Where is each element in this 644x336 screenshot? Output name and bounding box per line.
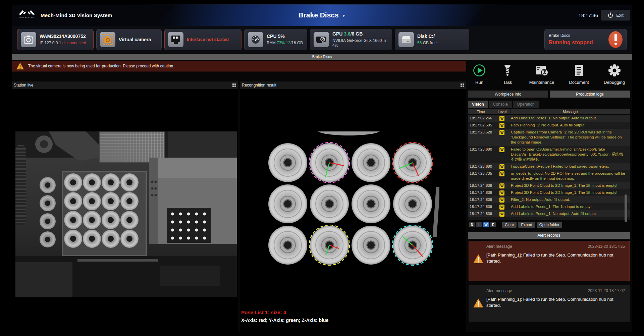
log-action-button[interactable]: Clear [502, 222, 517, 228]
log-row[interactable]: 18:17:23.735 W m_depth_to_cloud: No 2D R… [468, 170, 630, 182]
mech-mind-logo-icon: MECH MIND [18, 9, 36, 21]
project-selector[interactable]: Brake Discs ▼ [298, 4, 345, 26]
tab-workpiece-info[interactable]: Workpiece info [468, 91, 548, 98]
station-panel-title: Station live [14, 83, 34, 88]
warning-triangle-icon [16, 62, 24, 70]
alert-timestamp: 2023-11-20 18:17:25 [588, 244, 625, 249]
log-buttons: ClearExportOpen folder [502, 222, 562, 228]
log-time: 18:17:24.838 [468, 183, 494, 187]
log-time: 18:17:24.838 [468, 190, 494, 194]
brand: MECH MIND Mech-Mind 3D Vision System [18, 4, 112, 26]
document-icon [572, 64, 586, 77]
axis-legend: X-Axis: red; Y-Axis: green; Z-Axis: blue [241, 318, 328, 323]
virtual-camera-icon [100, 32, 115, 47]
column-time: Time [468, 109, 494, 114]
log-time: 18:17:23.680 [468, 164, 494, 168]
log-message: [ updateCurrentRecipe ] Failed to load s… [510, 164, 630, 169]
tab-production-logs[interactable]: Production logs [550, 91, 630, 98]
virtual-camera-card[interactable]: Virtual camera [96, 29, 162, 50]
warning-level-badge: W [499, 116, 504, 121]
interface-status-card[interactable]: Interface not started [164, 29, 241, 50]
level-filter-button[interactable]: E [490, 222, 496, 227]
log-row[interactable]: 18:17:23.680 W [ updateCurrentRecipe ] F… [468, 163, 630, 170]
document-button[interactable]: Document [569, 64, 589, 91]
station-live-image [15, 131, 237, 297]
debugging-button[interactable]: Debugging [604, 64, 625, 91]
log-row[interactable]: 18:17:02.266 W Add Labels to Poses_1: No… [468, 115, 630, 122]
warning-level-badge: W [499, 190, 504, 195]
gpu-card[interactable]: GPU 3.6/6 GB NVIDIA GeForce GTX 1660 Ti … [310, 29, 392, 50]
alert-label: Alert message [486, 288, 512, 293]
log-message: Capture Images from Camera_1: No 2D ROI … [510, 129, 630, 145]
log-time: 18:17:23.680 [468, 147, 494, 151]
alert-label: Alert message [486, 244, 512, 249]
log-row[interactable]: 18:17:24.839 W Add Labels to Poses_1: No… [468, 210, 630, 217]
station-live-panel: Station live [12, 81, 238, 332]
level-filter-button[interactable]: D [469, 222, 475, 227]
action-buttons: Run Task [468, 64, 630, 91]
cpu-usage: CPU 5% [267, 34, 303, 39]
logtab-vision[interactable]: Vision [468, 101, 488, 108]
log-message: Add Labels to Poses_1: No output. Auto f… [510, 211, 630, 217]
project-name: Brake Discs [298, 11, 338, 19]
warning-banner: The virtual camera is now being used for… [12, 61, 466, 71]
log-message: Failed to open C:/Users/mech-mind_zjh/De… [510, 147, 630, 162]
warning-level-badge: W [499, 123, 504, 128]
screen: MECH MIND Mech-Mind 3D Vision System Bra… [0, 0, 644, 336]
panel-layout-icon[interactable] [461, 83, 464, 87]
alert-card[interactable]: Alert message 2023-11-20 18:17:25 [Path … [469, 241, 630, 281]
panel-layout-icon[interactable] [232, 83, 236, 87]
log-message: Add Labels to Poses_1: The 1th input is … [510, 204, 630, 210]
run-button[interactable]: Run [473, 64, 486, 91]
log-time: 18:17:23.528 [468, 129, 494, 134]
log-message: m_depth_to_cloud: No 2D ROI file is set … [510, 171, 630, 181]
logtab-console[interactable]: Console [489, 101, 512, 108]
gpu-device: NVIDIA GeForce GTX 1660 Ti 4% [332, 38, 388, 48]
log-row[interactable]: 18:17:24.839 W Filter_2: No output. Auto… [468, 196, 630, 203]
camera-ip: IP 127.0.0.1 [40, 41, 61, 45]
column-level: Level [494, 109, 510, 114]
production-log-list: 18:17:02.266 W Add Labels to Poses_1: No… [468, 115, 630, 220]
log-row[interactable]: 18:17:23.680 W Failed to open C:/Users/m… [468, 146, 630, 163]
virtual-camera-label: Virtual camera [119, 37, 151, 42]
warning-level-badge: W [499, 164, 504, 169]
app-title: Mech-Mind 3D Vision System [41, 12, 112, 18]
warning-banner-text: The virtual camera is now being used for… [28, 64, 174, 68]
log-scrollbar[interactable] [625, 194, 627, 222]
log-message: Project 3D Point Cloud to 2D Image_1: Th… [510, 183, 630, 188]
ram-percent: 73% [277, 41, 285, 45]
log-row[interactable]: 18:17:24.838 W Project 3D Point Cloud to… [468, 189, 630, 196]
gpu-mem-used: 3.6 [344, 31, 350, 37]
log-row[interactable]: 18:17:02.595 W Path Planning_1: No outpu… [468, 122, 630, 129]
alert-timestamp: 2023-11-20 18:17:02 [588, 288, 625, 293]
disk-label: Disk C:/ [417, 34, 437, 39]
task-button[interactable]: Task [501, 64, 514, 91]
logo-text: MECH MIND [19, 16, 34, 18]
log-time: 18:17:02.266 [468, 115, 494, 120]
level-filter-button[interactable]: W [483, 222, 489, 227]
warning-triangle-icon [473, 254, 484, 264]
level-filters: DiWE [469, 222, 496, 227]
warning-level-badge: W [499, 147, 504, 152]
log-action-button[interactable]: Export [518, 222, 535, 228]
level-filter-button[interactable]: i [476, 222, 482, 227]
chevron-down-icon: ▼ [342, 13, 346, 18]
log-message: Path Planning_1: No output. Auto fill ou… [510, 122, 630, 128]
camera-status-card[interactable]: WAM30214A3000752 IP 127.0.0.1 disconnect… [17, 29, 94, 50]
log-row[interactable]: 18:17:24.839 W Add Labels to Poses_1: Th… [468, 203, 630, 210]
log-action-button[interactable]: Open folder [537, 222, 562, 228]
maintenance-button[interactable]: Maintenance [529, 64, 554, 91]
disk-card[interactable]: Disk C:/ 56 GB free [395, 29, 469, 50]
alert-card[interactable]: Alert message 2023-11-20 18:17:02 [Path … [469, 285, 630, 322]
gpu-icon [314, 32, 329, 47]
log-row[interactable]: 18:17:24.838 W Project 3D Point Cloud to… [468, 182, 630, 189]
cpu-card[interactable]: CPU 5% RAM 73% 12/16 GB [244, 29, 307, 50]
warning-level-badge: W [499, 130, 504, 135]
disk-free: 56 [417, 41, 422, 45]
logtab-operation[interactable]: Operation [513, 101, 539, 108]
camera-icon [21, 32, 36, 47]
screw-icon [501, 64, 514, 77]
warning-level-badge: W [499, 212, 504, 217]
log-row[interactable]: 18:17:23.528 W Capture Images from Camer… [468, 129, 630, 146]
log-time: 18:17:24.839 [468, 211, 494, 216]
